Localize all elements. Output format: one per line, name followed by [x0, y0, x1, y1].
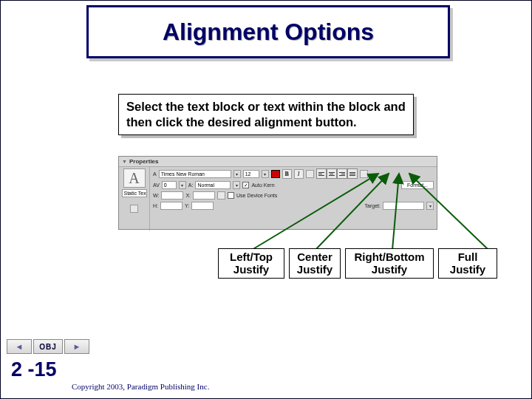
- triangle-right-icon: ►: [73, 342, 81, 351]
- panel-title: Properties: [129, 158, 159, 165]
- nav-controls: ◄ OBJ ►: [7, 339, 89, 354]
- collapse-triangle-icon: ▼: [122, 159, 127, 164]
- instruction-box: Select the text block or text within the…: [118, 94, 414, 135]
- kerning-field[interactable]: 0: [162, 181, 177, 189]
- y-field[interactable]: [191, 202, 214, 210]
- position-label: A:: [188, 183, 194, 188]
- text-direction-button[interactable]: [306, 170, 314, 178]
- font-size-field[interactable]: 12: [243, 170, 259, 178]
- device-fonts-checkbox[interactable]: [228, 192, 234, 199]
- alignment-button-group: [316, 168, 358, 179]
- callout-row: Left/Top Justify Center Justify Right/Bo…: [218, 248, 528, 279]
- italic-button[interactable]: I: [294, 169, 304, 179]
- chevron-down-icon[interactable]: ▾: [179, 181, 186, 189]
- title-box: Alignment Options: [86, 5, 450, 58]
- text-color-swatch[interactable]: [271, 170, 280, 178]
- x-label: X:: [185, 193, 191, 198]
- align-right-button[interactable]: [337, 168, 347, 179]
- swap-icon: [130, 205, 138, 213]
- nav-next-button[interactable]: ►: [64, 339, 89, 354]
- callout-full-justify: Full Justify: [438, 248, 497, 279]
- chevron-down-icon[interactable]: ▾: [262, 170, 269, 178]
- orientation-button[interactable]: [360, 170, 368, 178]
- nav-prev-button[interactable]: ◄: [7, 339, 32, 354]
- align-center-button[interactable]: [327, 168, 337, 179]
- target-label: Target:: [365, 203, 381, 208]
- bold-button[interactable]: B: [282, 169, 292, 179]
- chevron-down-icon[interactable]: ▾: [233, 170, 241, 178]
- callout-left-justify: Left/Top Justify: [218, 248, 284, 279]
- device-fonts-label: Use Device Fonts: [236, 193, 277, 198]
- chevron-down-icon[interactable]: ▾: [426, 202, 434, 210]
- text-type-dropdown[interactable]: Static Text: [122, 189, 147, 197]
- panel-header: ▼ Properties: [119, 157, 437, 167]
- slide-number: 2 -15: [11, 358, 57, 381]
- width-field[interactable]: [161, 191, 183, 200]
- align-justify-button[interactable]: [347, 168, 358, 179]
- w-label: W:: [153, 193, 159, 198]
- copyright-text: Copyright 2003, Paradigm Publishing Inc.: [72, 382, 209, 391]
- h-label: H:: [153, 203, 158, 208]
- triangle-left-icon: ◄: [16, 342, 24, 351]
- x-field[interactable]: [193, 191, 215, 200]
- nav-obj-button[interactable]: OBJ: [33, 339, 63, 354]
- autokern-label: Auto Kern: [251, 183, 274, 188]
- properties-panel: ▼ Properties A Static Text A Times New R…: [118, 156, 437, 230]
- kerning-label: AV: [153, 183, 160, 188]
- callout-right-justify: Right/Bottom Justify: [345, 248, 434, 279]
- font-family-dropdown[interactable]: Times New Roman: [159, 170, 231, 178]
- align-left-button[interactable]: [316, 168, 327, 179]
- format-button[interactable]: Format...: [401, 181, 434, 189]
- target-dropdown[interactable]: [383, 202, 424, 210]
- y-label: Y:: [185, 203, 189, 208]
- autokern-checkbox[interactable]: ✓: [242, 182, 249, 188]
- callout-center-justify: Center Justify: [289, 248, 341, 279]
- font-label: A: [153, 171, 157, 177]
- chevron-down-icon[interactable]: ▾: [233, 181, 240, 189]
- instruction-text: Select the text block or text within the…: [126, 99, 406, 131]
- text-tool-icon: A: [123, 168, 146, 188]
- selectable-button[interactable]: [217, 191, 225, 200]
- char-position-dropdown[interactable]: Normal: [195, 181, 231, 189]
- slide-title: Alignment Options: [163, 18, 374, 46]
- height-field[interactable]: [160, 202, 183, 210]
